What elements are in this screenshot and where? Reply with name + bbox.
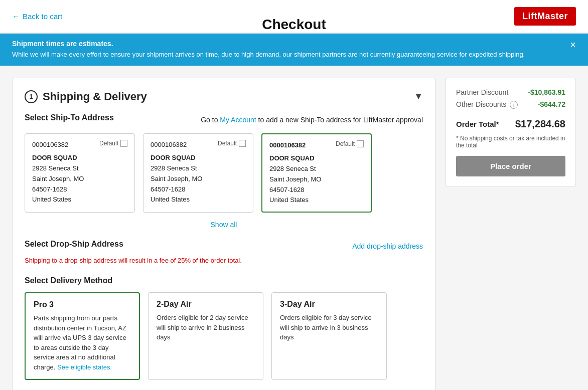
order-total-value: $17,284.68 — [515, 118, 565, 130]
delivery-3day-title: 3-Day Air — [280, 300, 378, 309]
order-total-label: Order Total* — [456, 120, 499, 128]
default-checkbox-1[interactable] — [120, 140, 127, 147]
default-checkbox-2[interactable] — [239, 140, 246, 147]
default-label-2: Default — [218, 140, 246, 147]
add-dropship-link[interactable]: Add drop-ship address — [352, 242, 423, 250]
other-discounts-value: -$644.72 — [538, 100, 565, 109]
section-title-row: 1 Shipping & Delivery — [25, 90, 147, 103]
delivery-title: Select Delivery Method — [25, 276, 423, 285]
delivery-card-2day[interactable]: 2-Day Air Orders eligible for 2 day serv… — [148, 292, 263, 380]
delivery-pro3-title: Pro 3 — [34, 300, 131, 309]
other-discounts-label: Other Discounts i — [456, 100, 518, 109]
delivery-2day-title: 2-Day Air — [157, 300, 255, 309]
step-circle: 1 — [25, 90, 38, 103]
default-label-1: Default — [99, 140, 127, 147]
page-title: Checkout — [262, 17, 326, 33]
section-header: 1 Shipping & Delivery ▼ — [25, 90, 423, 103]
section-title: Shipping & Delivery — [43, 90, 147, 103]
order-total-row: Order Total* $17,284.68 — [456, 113, 565, 130]
default-checkbox-3[interactable] — [357, 140, 364, 147]
show-all-link[interactable]: Show all — [211, 221, 237, 229]
arrow-left-icon: ← — [12, 12, 20, 21]
order-summary-panel: Partner Discount -$10,863.91 Other Disco… — [446, 78, 576, 187]
address-text-2: DOOR SQUAD 2928 Seneca St Saint Joseph, … — [151, 153, 246, 205]
chevron-down-icon[interactable]: ▼ — [414, 91, 423, 102]
default-label-3: Default — [336, 140, 364, 147]
dropship-warning: Shipping to a drop-ship address will res… — [25, 257, 423, 264]
ship-to-hint-prefix: Go to — [201, 116, 220, 124]
partner-discount-label: Partner Discount — [456, 88, 508, 96]
address-text-3: DOOR SQUAD 2928 Seneca St Saint Joseph, … — [269, 153, 364, 206]
show-all-row: Show all — [25, 221, 423, 229]
partner-discount-value: -$10,863.91 — [528, 88, 565, 96]
banner-close-button[interactable]: × — [570, 40, 576, 50]
shipment-banner: Shipment times are estimates. While we w… — [0, 34, 588, 66]
shipping-delivery-panel: 1 Shipping & Delivery ▼ Select Ship-To A… — [12, 78, 435, 391]
address-card-1[interactable]: 0000106382 Default DOOR SQUAD 2928 Senec… — [25, 133, 135, 213]
ship-to-hint: Go to My Account to add a new Ship-To ad… — [201, 116, 423, 124]
see-eligible-link[interactable]: See eligible states. — [57, 363, 112, 371]
shipping-note: * No shipping costs or tax are included … — [456, 135, 565, 149]
back-to-cart-link[interactable]: ← Back to cart — [12, 12, 62, 21]
dropship-title: Select Drop-Ship Address — [25, 240, 123, 249]
delivery-cards: Pro 3 Parts shipping from our parts dist… — [25, 292, 423, 380]
banner-body: While we will make every effort to ensur… — [12, 50, 562, 60]
banner-text: Shipment times are estimates. While we w… — [12, 40, 562, 60]
other-discounts-info-icon[interactable]: i — [510, 101, 518, 109]
ship-to-header: Select Ship-To Address Go to My Account … — [25, 113, 423, 126]
ship-to-hint-suffix: to add a new Ship-To address for LiftMas… — [258, 116, 423, 124]
delivery-pro3-desc: Parts shipping from our parts distributi… — [34, 313, 131, 372]
address-card-2[interactable]: 0000106382 Default DOOR SQUAD 2928 Senec… — [143, 133, 253, 213]
partner-discount-row: Partner Discount -$10,863.91 — [456, 88, 565, 96]
my-account-link[interactable]: My Account — [220, 116, 256, 124]
banner-title: Shipment times are estimates. — [12, 40, 562, 48]
delivery-section: Select Delivery Method Pro 3 Parts shipp… — [25, 276, 423, 380]
address-text-1: DOOR SQUAD 2928 Seneca St Saint Joseph, … — [32, 153, 127, 205]
dropship-header: Select Drop-Ship Address Add drop-ship a… — [25, 240, 423, 253]
liftmaster-logo: LiftMaster — [514, 7, 576, 26]
delivery-2day-desc: Orders eligible for 2 day service will s… — [157, 313, 255, 342]
delivery-card-3day[interactable]: 3-Day Air Orders eligible for 3 day serv… — [271, 292, 387, 380]
ship-to-title: Select Ship-To Address — [25, 113, 114, 122]
other-discounts-row: Other Discounts i -$644.72 — [456, 100, 565, 109]
delivery-3day-desc: Orders eligible for 3 day service will s… — [280, 313, 378, 342]
delivery-card-pro3[interactable]: Pro 3 Parts shipping from our parts dist… — [25, 292, 140, 380]
address-card-3[interactable]: 0000106382 Default DOOR SQUAD 2928 Senec… — [261, 133, 372, 213]
place-order-button[interactable]: Place order — [456, 156, 565, 176]
address-cards: 0000106382 Default DOOR SQUAD 2928 Senec… — [25, 133, 423, 213]
back-to-cart-label: Back to cart — [23, 12, 62, 21]
